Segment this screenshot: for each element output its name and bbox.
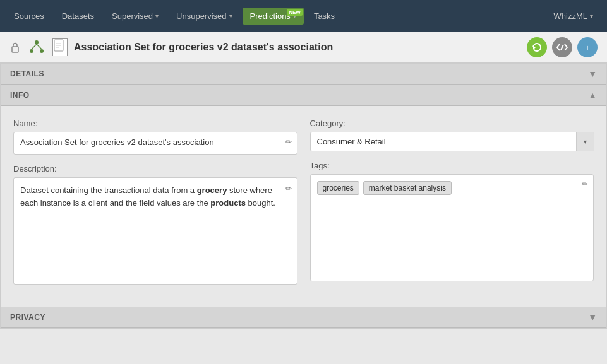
- nav-predictions[interactable]: NEW Predictions ▾: [243, 8, 304, 25]
- tags-edit-icon[interactable]: ✏: [582, 180, 588, 189]
- svg-line-5: [37, 44, 42, 49]
- description-box: Dataset containing the transactional dat…: [13, 177, 297, 285]
- info-section: INFO ▲ Name: Association Set for groceri…: [0, 85, 607, 307]
- nav-unsupervised-label: Unsupervised: [176, 11, 227, 21]
- svg-text:i: i: [587, 44, 589, 51]
- description-text-1: Dataset containing the transactional dat…: [20, 185, 197, 195]
- info-section-header[interactable]: INFO ▲: [1, 85, 606, 106]
- category-field-group: Category: Consumer & Retail Finance Heal…: [310, 119, 594, 151]
- description-text-3: bought.: [246, 198, 275, 208]
- privacy-section-header[interactable]: PRIVACY ▼: [1, 307, 606, 328]
- tags-field-group: Tags: groceries market basket analysis ✏: [310, 161, 594, 281]
- doc-icon: [52, 38, 68, 56]
- nav-datasets-label: Datasets: [62, 11, 94, 21]
- navbar: Sources Datasets Supervised ▾ Unsupervis…: [0, 0, 607, 32]
- nav-unsupervised[interactable]: Unsupervised ▾: [169, 8, 240, 25]
- title-bar: Association Set for groceries v2 dataset…: [0, 32, 607, 63]
- nav-predictions-label: Predictions: [250, 11, 291, 21]
- svg-rect-0: [12, 47, 18, 52]
- lock-icon[interactable]: [9, 42, 21, 53]
- name-value-box: Association Set for groceries v2 dataset…: [13, 132, 297, 155]
- nav-tasks[interactable]: Tasks: [306, 8, 342, 25]
- nav-sources[interactable]: Sources: [6, 8, 52, 25]
- tag-0[interactable]: groceries: [317, 181, 359, 195]
- name-edit-icon[interactable]: ✏: [285, 138, 292, 146]
- svg-point-1: [35, 40, 39, 44]
- code-icon[interactable]: [552, 37, 572, 57]
- tags-label: Tags:: [310, 161, 594, 170]
- nav-sources-label: Sources: [14, 11, 44, 21]
- category-label: Category:: [310, 119, 594, 128]
- tree-icon: [27, 38, 46, 57]
- nav-supervised[interactable]: Supervised ▾: [104, 8, 166, 25]
- description-label: Description:: [13, 164, 297, 173]
- svg-point-2: [30, 49, 33, 53]
- left-column: Name: Association Set for groceries v2 d…: [13, 119, 297, 294]
- description-bold-1: grocery: [197, 185, 227, 195]
- name-label: Name:: [13, 119, 297, 128]
- predictions-badge: NEW: [287, 9, 303, 16]
- info-toggle-icon[interactable]: ▲: [588, 90, 597, 100]
- category-select[interactable]: Consumer & Retail Finance Healthcare Edu…: [310, 132, 594, 151]
- name-field-group: Name: Association Set for groceries v2 d…: [13, 119, 297, 155]
- nav-whizzml[interactable]: WhizzML ▾: [546, 8, 601, 25]
- info-section-body: Name: Association Set for groceries v2 d…: [1, 106, 606, 307]
- svg-line-10: [561, 45, 563, 50]
- privacy-section: PRIVACY ▼: [0, 307, 607, 329]
- info-section-title: INFO: [10, 91, 30, 100]
- description-field-group: Description: Dataset containing the tran…: [13, 164, 297, 285]
- description-edit-icon[interactable]: ✏: [285, 183, 292, 194]
- nav-tasks-label: Tasks: [314, 11, 335, 21]
- tags-box: groceries market basket analysis ✏: [310, 174, 594, 281]
- info-icon[interactable]: i: [577, 37, 598, 57]
- svg-point-3: [40, 49, 44, 53]
- refresh-icon[interactable]: [527, 37, 547, 57]
- unsupervised-dropdown-arrow: ▾: [229, 13, 232, 20]
- info-grid: Name: Association Set for groceries v2 d…: [13, 119, 594, 294]
- nav-datasets[interactable]: Datasets: [54, 8, 102, 25]
- details-toggle-icon[interactable]: ▼: [588, 69, 597, 79]
- privacy-toggle-icon[interactable]: ▼: [588, 312, 597, 322]
- title-actions: i: [527, 37, 598, 57]
- whizzml-dropdown-arrow: ▾: [590, 13, 593, 20]
- right-column: Category: Consumer & Retail Finance Heal…: [310, 119, 594, 294]
- details-section-header[interactable]: DETAILS ▼: [1, 64, 606, 85]
- description-bold-2: products: [210, 198, 246, 208]
- tag-1[interactable]: market basket analysis: [363, 181, 452, 195]
- privacy-section-title: PRIVACY: [10, 313, 45, 322]
- details-section: DETAILS ▼: [0, 63, 607, 85]
- supervised-dropdown-arrow: ▾: [155, 13, 159, 20]
- nav-whizzml-label: WhizzML: [554, 11, 587, 21]
- category-select-wrapper: Consumer & Retail Finance Healthcare Edu…: [310, 132, 594, 151]
- page-title: Association Set for groceries v2 dataset…: [74, 42, 520, 53]
- nav-supervised-label: Supervised: [112, 11, 153, 21]
- details-section-title: DETAILS: [10, 69, 44, 78]
- svg-line-4: [32, 44, 37, 49]
- name-value: Association Set for groceries v2 dataset…: [20, 138, 214, 147]
